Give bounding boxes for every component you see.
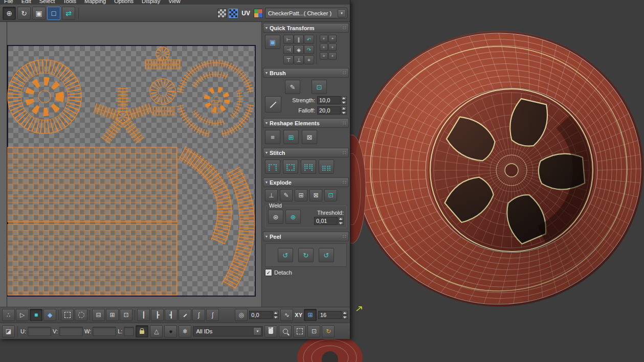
stitch-to-target-button[interactable]: ⣶⣶ (319, 160, 334, 174)
scale-tool-button[interactable]: ▣ (32, 7, 46, 20)
spin-up-icon[interactable] (273, 311, 279, 315)
texture-dropdown[interactable]: CheckerPatt...( Checker ) ▾ (265, 8, 347, 18)
stitch-to-source-button[interactable]: ⡿⢿ (301, 160, 316, 174)
rotate-cw-button[interactable]: ↷ (304, 45, 314, 54)
material-id-dropdown[interactable]: All IDs ▾ (193, 326, 263, 336)
rotate-ccw-button[interactable]: ↶ (304, 35, 314, 44)
rollout-quick-transform[interactable]: ▾ Quick Transform ∷ (263, 23, 349, 33)
spin-down-icon[interactable] (273, 315, 279, 320)
space-horizontal-button[interactable]: ∥ (294, 35, 304, 44)
align-right-button[interactable]: ⊣ (283, 45, 294, 54)
grip-icon[interactable]: ∷ (343, 179, 346, 185)
grip-icon[interactable]: ∷ (343, 25, 346, 31)
lock-aspect-checkbox[interactable] (124, 327, 134, 336)
align-left-button[interactable]: ⊢ (283, 35, 294, 44)
rollout-peel[interactable]: ▾ Peel ∷ (263, 232, 349, 241)
menu-item-options[interactable]: Options (114, 0, 134, 3)
spin-down-icon[interactable] (338, 221, 344, 225)
uv-distortion-icon[interactable] (254, 9, 263, 18)
spin-up-icon[interactable] (338, 217, 344, 221)
falloff-spinner[interactable]: 20,0 (317, 106, 347, 115)
menu-item-file[interactable]: File (4, 0, 13, 3)
transform-type-in-button[interactable]: ◪ (2, 325, 15, 337)
align-left-edge-button[interactable]: ┣ (151, 309, 164, 321)
show-map-on-icon[interactable] (229, 9, 238, 18)
grid-size-sp inner[interactable]: 16 (318, 311, 348, 319)
v-input[interactable] (59, 327, 83, 336)
threshold-spinner[interactable]: 0,01 (303, 217, 344, 225)
rollout-reshape-elements[interactable]: ▾ Reshape Elements ∷ (263, 118, 349, 128)
weld-custom-button[interactable]: ⊛ (268, 210, 283, 224)
paint-select-button[interactable] (179, 309, 191, 321)
shrink-selection-button[interactable]: ⊟ (92, 309, 105, 321)
align-right-edge-button[interactable]: ┫ (165, 309, 177, 321)
flatten-by-polygon-button[interactable]: ⊡ (324, 189, 337, 201)
split-edge-button[interactable]: ✎ (280, 189, 293, 201)
grip-icon[interactable]: ∷ (343, 234, 346, 239)
rotate-tool-button[interactable]: ↻ (17, 7, 31, 20)
zoom-button[interactable] (279, 325, 292, 337)
strength-spinner[interactable]: 10,0 (317, 96, 347, 104)
rollout-explode[interactable]: ▾ Explode ∷ (263, 177, 349, 187)
preview-face-button[interactable]: ▷ (16, 309, 29, 321)
menu-item-select[interactable]: Select (39, 0, 55, 3)
coordinate-value[interactable]: 0,0 (249, 311, 273, 319)
w-input[interactable] (93, 327, 116, 336)
hide-unselected-button[interactable]: ● (164, 325, 177, 337)
detach-checkbox[interactable]: ✓ (265, 269, 272, 276)
uv-editor-canvas[interactable] (0, 22, 262, 307)
zoom-extents-button[interactable]: ⊡ (307, 325, 320, 337)
distribute-h2-button[interactable]: + (328, 35, 337, 42)
filter-selected-faces-button[interactable]: △ (150, 325, 163, 337)
stitch-custom-button[interactable]: ⡏⢹ (265, 160, 280, 174)
spacing-button[interactable]: + (320, 52, 328, 60)
xy-axis-label[interactable]: XY (295, 312, 302, 318)
relax-brush-button[interactable]: ⊡ (312, 80, 327, 94)
threshold-value[interactable]: 0,01 (314, 217, 338, 225)
mirror-tool-button[interactable]: ⇄ (62, 7, 75, 20)
align-vertical-button[interactable]: ┃ (137, 309, 150, 321)
loop-selection-button[interactable]: ⊡ (120, 309, 132, 321)
distribute-v-button[interactable]: ∘ (320, 43, 328, 51)
zoom-extents-selected-button[interactable]: ↻ (322, 325, 335, 337)
pelt-map-button[interactable]: ↺ (319, 248, 334, 262)
snap-settings-button[interactable]: ∴ (2, 309, 15, 321)
brush-falloff-button[interactable] (265, 96, 281, 112)
zoom-region-button[interactable] (293, 325, 306, 337)
strength-value[interactable]: 10,0 (317, 96, 341, 104)
pen-tool-button[interactable]: ʃ (192, 309, 205, 321)
grid-size-value[interactable]: 16 (318, 311, 342, 319)
rollout-stitch[interactable]: ▾ Stitch ∷ (263, 148, 349, 157)
distribute-v2-button[interactable]: ∘ (328, 43, 337, 51)
soft-selection-curve-button[interactable]: ∿ (280, 309, 293, 321)
spin-down-icon[interactable] (341, 101, 347, 105)
paint-move-brush-button[interactable]: ✎ (285, 80, 300, 94)
menu-item-edit[interactable]: Edit (21, 0, 31, 3)
spin-up-icon[interactable] (341, 106, 347, 110)
coordinate-spinner[interactable]: 0,0 (249, 311, 279, 319)
flatten-by-smoothing-button[interactable]: ⊞ (295, 189, 307, 201)
show-map-off-icon[interactable] (217, 9, 227, 18)
lock-selection-button[interactable] (136, 325, 148, 337)
align-center-button[interactable]: ◈ (294, 45, 304, 54)
freeform-mode-button[interactable]: □ (47, 7, 60, 20)
align-to-edge-button[interactable]: ▣ (265, 35, 280, 49)
spin-down-icon[interactable] (342, 315, 348, 320)
spin-up-icon[interactable] (342, 311, 348, 315)
straighten-selection-button[interactable]: ≡ (265, 130, 280, 144)
u-input[interactable] (28, 327, 51, 336)
grip-icon[interactable]: ∷ (343, 70, 346, 76)
falloff-value[interactable]: 20,0 (317, 106, 341, 115)
menu-item-display[interactable]: Display (142, 0, 160, 3)
rollout-brush[interactable]: ▾ Brush ∷ (263, 68, 349, 78)
circle-select-button[interactable] (75, 309, 87, 321)
stitch-average-button[interactable]: ⣏⣹ (283, 160, 298, 174)
flatten-by-material-button[interactable]: ⊠ (309, 189, 322, 201)
pivot-center-button[interactable]: ◎ (235, 309, 248, 321)
weld-selected-button[interactable]: ⊕ (285, 210, 301, 224)
relax-until-flat-button[interactable]: ⊞ (283, 130, 299, 144)
pan-button[interactable] (264, 325, 277, 337)
spacing2-button[interactable]: ∘ (328, 52, 337, 60)
grid-snap-button[interactable]: ⊞ (304, 309, 317, 321)
grow-selection-button[interactable]: ⊞ (106, 309, 119, 321)
